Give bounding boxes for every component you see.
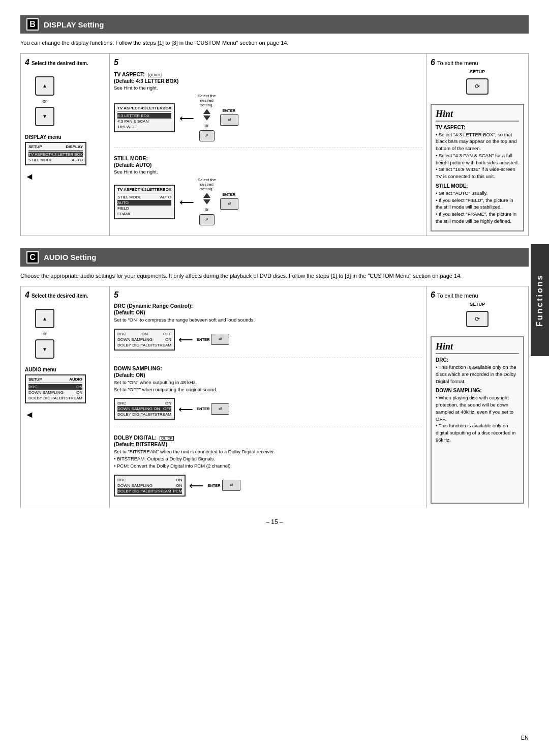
- drc-controls: DRCONOFF DOWN SAMPLINGON DOLBY DIGITALBI…: [114, 327, 422, 353]
- tv-aspect-hint-text-3: • Select "16:9 WIDE" if a wide-screen TV…: [436, 166, 519, 180]
- tv-aspect-hint-subtitle: TV ASPECT:: [436, 125, 519, 130]
- select-desired-1: Select thedesiredsetting.: [198, 94, 216, 107]
- tv-aspect-hint-text-1: • Select "4:3 LETTER BOX", so that black…: [436, 131, 519, 152]
- display-section-header: B DISPLAY Setting: [20, 15, 529, 34]
- display-step5: 5 TV ASPECT: QUICK (Default: 4:3 LETTER …: [110, 54, 426, 236]
- nav-up-icon[interactable]: ▲: [35, 76, 54, 96]
- audio-menu-row-1: DRCON: [28, 384, 82, 390]
- display-section: B DISPLAY Setting You can change the dis…: [20, 15, 529, 236]
- audio-step6-label: To exit the menu: [437, 293, 478, 299]
- audio-menu-header-audio: AUDIO: [69, 377, 82, 382]
- audio-step4: 4 Select the desired item. ▲ or ▼ AUDIO …: [21, 286, 110, 508]
- audio-nav-down-icon[interactable]: ▼: [35, 339, 54, 359]
- drc-title: DRC (Dynamic Range Control):: [114, 303, 422, 309]
- display-title: DISPLAY Setting: [44, 20, 104, 29]
- down-sampling-hint-text-1: • When playing disc with copyright prote…: [436, 394, 519, 422]
- audio-intro: Choose the appropriate audio settings fo…: [20, 272, 529, 280]
- dolby-bullet2: • PCM: Convert the Dolby Digital into PC…: [114, 462, 422, 470]
- nav-arrows-2: [203, 193, 210, 205]
- audio-menu-row-2: DOWN SAMPLINGON: [28, 390, 82, 395]
- down-sampling-setting: DOWN SAMPLING: (Default: ON) Set to "ON"…: [114, 365, 422, 428]
- nav-arrows-1: [203, 109, 210, 121]
- still-mode-hint-subtitle: STILL MODE:: [436, 183, 519, 189]
- audio-left-arrow-icon: ◄: [25, 410, 34, 420]
- display-menu-screen: SETUP DISPLAY TV ASPECT4:3 LETTER BOX ST…: [25, 142, 86, 165]
- dolby-enter-btn[interactable]: ⏎: [222, 480, 240, 491]
- dolby-bullet1: • BITSTREAM: Outputs a Dolby Digital Sig…: [114, 455, 422, 462]
- en-label: EN: [521, 735, 529, 741]
- drc-hint-subtitle: DRC:: [436, 357, 519, 363]
- arrow-right-1: ⟵: [179, 112, 194, 124]
- setup-btn-audio[interactable]: ⟳: [466, 311, 489, 327]
- dolby-controls: DRCON DOWN SAMPLINGON DOLBY DIGITALBITST…: [114, 473, 422, 499]
- drc-arrow: ⟵: [178, 333, 193, 345]
- audio-menu-label: AUDIO menu: [25, 367, 56, 372]
- audio-step6: 6 To exit the menu SETUP ⟳ Hint DRC: • T…: [426, 286, 528, 508]
- audio-title: AUDIO Setting: [44, 253, 96, 261]
- drc-enter-label: ENTER: [197, 337, 209, 342]
- display-menu-label: DISPLAY menu: [25, 134, 62, 140]
- drc-setting: DRC (Dynamic Range Control): (Default: O…: [114, 303, 422, 358]
- audio-instruction-area: 4 Select the desired item. ▲ or ▼ AUDIO …: [20, 286, 529, 508]
- audio-menu-row-3: DOLBY DIGITALBITSTREAM: [28, 395, 82, 401]
- display-step6-label: To exit the menu: [437, 60, 478, 66]
- dolby-digital-setting: DOLBY DIGITAL: QUICK (Default: BITSTREAM…: [114, 434, 422, 503]
- audio-section-header: C AUDIO Setting: [20, 248, 529, 267]
- arrow-right-2: ⟵: [179, 196, 194, 208]
- tv-aspect-controls: TV ASPECT4:3LETTERBOX 4:3 LETTER BOX 4:3…: [114, 94, 422, 142]
- still-mode-hint-text-2: • If you select "FIELD", the picture in …: [436, 197, 519, 211]
- audio-step6-sub: SETUP: [431, 302, 524, 307]
- display-step5-number: 5: [114, 58, 118, 67]
- dolby-quick: QUICK: [160, 436, 174, 441]
- remote-small-2[interactable]: ↗: [199, 214, 215, 225]
- audio-nav-up-icon[interactable]: ▲: [35, 309, 54, 328]
- display-step4-label: Select the desired item.: [32, 61, 88, 66]
- down-sampling-default: (Default: ON): [114, 372, 422, 378]
- dolby-desc: Set to "BITSTREAM" when the unit is conn…: [114, 448, 422, 455]
- still-mode-hint-text-3: • If you select "FRAME", the picture in …: [436, 211, 519, 225]
- audio-step4-label: Select the desired item.: [32, 293, 88, 299]
- tv-aspect-quick: QUICK: [148, 73, 162, 77]
- enter-btn-2[interactable]: ⏎: [220, 198, 238, 210]
- drc-hint-text: • This function is available only on the…: [436, 364, 519, 385]
- setup-btn-display[interactable]: ⟳: [466, 78, 489, 95]
- audio-step5-number: 5: [114, 290, 118, 300]
- audio-menu-screen: SETUP AUDIO DRCON DOWN SAMPLINGON DOLBY …: [25, 374, 86, 403]
- audio-step5: 5 DRC (Dynamic Range Control): (Default:…: [110, 286, 426, 508]
- down-sampling-controls: DRCON DOWN SAMPLINGONOFF DOLBY DIGITALBI…: [114, 396, 422, 422]
- audio-menu-header-setup: SETUP: [28, 377, 42, 382]
- still-mode-menu-screen: TV ASPECT4:3LETTERBOX STILL MODEAUTO AUT…: [114, 185, 175, 219]
- dolby-enter-label: ENTER: [207, 483, 220, 488]
- tv-aspect-setting: TV ASPECT: QUICK (Default: 4:3 LETTER BO…: [114, 71, 422, 148]
- display-menu-header-display: DISPLAY: [66, 144, 83, 149]
- enter-btn-1[interactable]: ⏎: [220, 114, 238, 126]
- still-mode-setting: STILL MODE: (Default: AUTO) See Hint to …: [114, 155, 422, 231]
- down-sampling-hint-subtitle: DOWN SAMPLING:: [436, 388, 519, 393]
- display-hint-title: Hint: [436, 109, 519, 122]
- or-label: or: [43, 99, 47, 104]
- display-hint-box: Hint TV ASPECT: • Select "4:3 LETTER BOX…: [431, 104, 524, 231]
- display-step6-number: 6: [431, 58, 435, 67]
- nav-down-icon[interactable]: ▼: [35, 107, 54, 126]
- down-sampling-menu-screen: DRCON DOWN SAMPLINGONOFF DOLBY DIGITALBI…: [114, 398, 175, 420]
- audio-step6-number: 6: [431, 290, 435, 300]
- down-sampling-title: DOWN SAMPLING:: [114, 365, 422, 371]
- down-sampling-desc2: Set to "OFF" when outputting the origina…: [114, 386, 422, 393]
- down-sampling-desc1: Set to "ON" when outputting in 48 kHz.: [114, 379, 422, 386]
- ds-enter-btn[interactable]: ⏎: [211, 403, 229, 415]
- tv-aspect-hint-text-2: • Select "4:3 PAN & SCAN" for a full hei…: [436, 152, 519, 166]
- display-step4: 4 Select the desired item. ▲ or ▼ DISPLA…: [21, 54, 110, 236]
- audio-hint-box: Hint DRC: • This function is available o…: [431, 336, 524, 504]
- left-arrow-icon: ◄: [25, 171, 34, 182]
- ds-enter-label: ENTER: [197, 406, 209, 411]
- functions-sidebar: Functions: [531, 244, 549, 356]
- drc-enter-btn[interactable]: ⏎: [211, 334, 229, 345]
- display-letter: B: [26, 18, 39, 31]
- tv-aspect-see-hint: See Hint to the right.: [114, 85, 422, 91]
- enter-label-2: ENTER: [223, 192, 235, 197]
- audio-letter: C: [26, 251, 39, 264]
- still-mode-controls: TV ASPECT4:3LETTERBOX STILL MODEAUTO AUT…: [114, 178, 422, 226]
- remote-small-1[interactable]: ↗: [199, 130, 215, 141]
- display-menu-row-2: STILL MODEAUTO: [28, 157, 83, 163]
- drc-menu-screen: DRCONOFF DOWN SAMPLINGON DOLBY DIGITALBI…: [114, 329, 175, 351]
